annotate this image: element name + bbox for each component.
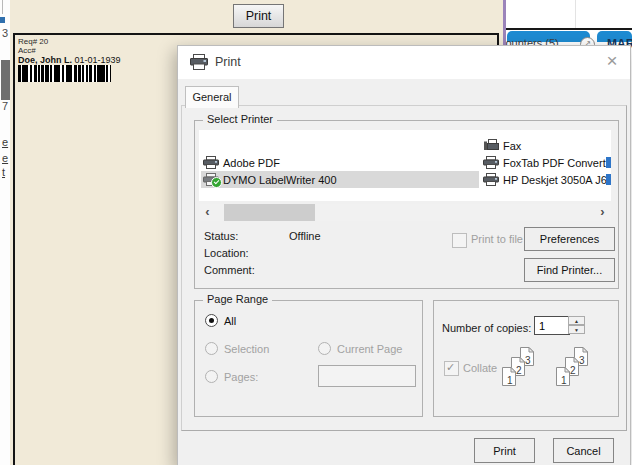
radio-button (205, 370, 218, 383)
radio-label: Pages: (224, 371, 258, 383)
printer-item-fax[interactable]: Fax (481, 137, 521, 154)
page-range-group: Page Range All Selection Current Page Pa… (194, 300, 423, 417)
printer-name: DYMO LabelWriter 400 (223, 174, 337, 186)
radio-all[interactable]: All (205, 314, 236, 327)
collate-page-number: 2 (516, 365, 522, 376)
patient-dob: 01-01-1939 (72, 55, 121, 65)
number-of-copies-label: Number of copies: (442, 322, 531, 334)
collate-page-number: 2 (570, 365, 576, 376)
triangle-down-icon: ▼ (574, 327, 579, 333)
chevron-right-icon: › (600, 204, 604, 219)
radio-label: All (224, 315, 236, 327)
collate-page-number: 3 (525, 355, 531, 366)
edge-divider (2, 0, 3, 14)
printer-icon (203, 156, 219, 169)
printer-icon (483, 173, 499, 186)
print-button[interactable]: Print (474, 438, 535, 463)
radio-button (205, 342, 218, 355)
clipped-printer-icon (606, 157, 611, 168)
status-value: Offline (289, 230, 321, 242)
preferences-button[interactable]: Preferences (524, 227, 615, 251)
printer-icon (190, 54, 208, 70)
edge-blue-fragment (0, 17, 5, 23)
barcode (18, 65, 111, 82)
check-icon: ✓ (446, 361, 455, 374)
radio-label: Selection (224, 343, 269, 355)
tab-general[interactable]: General (185, 86, 239, 108)
triangle-up-icon: ▲ (574, 318, 579, 324)
pages-range-input (318, 365, 416, 387)
collate-pages-icon: 3 2 1 (554, 345, 592, 391)
printer-icon (203, 173, 219, 186)
group-legend: Page Range (203, 293, 272, 305)
printer-item-foxtab[interactable]: FoxTab PDF Convert (481, 154, 606, 171)
copies-group: Number of copies: ▲ ▼ ✓ Collate (433, 300, 619, 417)
location-label: Location: (204, 247, 249, 259)
spin-down-button[interactable]: ▼ (568, 325, 585, 334)
clipped-printer-icon (606, 174, 611, 185)
printer-icon (483, 156, 499, 169)
patient-name-row: Doe, John L. 01-01-1939 (18, 55, 121, 65)
printer-name: Adobe PDF (223, 157, 280, 169)
chevron-left-icon: ‹ (205, 204, 209, 219)
scrollbar-thumb[interactable] (224, 204, 315, 221)
edge-link-fragment: e (2, 136, 8, 148)
copies-input[interactable] (534, 316, 570, 335)
close-icon[interactable]: × (600, 49, 624, 73)
printer-list[interactable]: Fax Adobe PDF (199, 130, 611, 201)
print-dialog: Print × General Select Printer (177, 45, 631, 465)
page-print-button[interactable]: Print (233, 4, 284, 28)
header-divider (575, 0, 576, 28)
left-edge-app-sliver: 3 7 e e t (0, 0, 10, 465)
printer-name: FoxTab PDF Convert (503, 157, 606, 169)
find-printer-button[interactable]: Find Printer... (524, 258, 615, 282)
edge-link-fragment: e (2, 152, 8, 164)
copies-stepper: ▲ ▼ (568, 316, 585, 335)
radio-label: Current Page (337, 343, 402, 355)
radio-button (318, 342, 331, 355)
radio-selection: Selection (205, 342, 269, 355)
cancel-button[interactable]: Cancel (553, 438, 614, 463)
edge-text-fragment: 7 (2, 100, 8, 112)
dialog-title: Print (215, 55, 241, 69)
comment-label: Comment: (204, 264, 255, 276)
acc-number: Acc# (18, 46, 36, 55)
scroll-left-button[interactable]: ‹ (199, 204, 216, 221)
screen: 3 7 e e t counters (5) ↗ MAR Print Req# … (0, 0, 632, 465)
tab-page: Select Printer Fax (181, 105, 627, 431)
collate-label: Collate (463, 362, 497, 374)
radio-current-page: Current Page (318, 342, 402, 355)
spin-up-button[interactable]: ▲ (568, 316, 585, 325)
print-to-file-checkbox (452, 233, 467, 248)
header-rule (505, 28, 632, 30)
edge-text-fragment: 3 (2, 27, 8, 39)
printer-list-scrollbar[interactable]: ‹ › (199, 204, 611, 221)
patient-name: Doe, John L. (18, 55, 72, 65)
edge-link-fragment: t (2, 166, 5, 178)
radio-pages: Pages: (205, 370, 258, 383)
collate-pages-icon: 3 2 1 (500, 345, 538, 391)
edge-scrollbar-fragment (1, 60, 10, 100)
collate-page-number: 1 (507, 375, 513, 386)
scroll-right-button[interactable]: › (594, 204, 611, 221)
printer-item-adobe-pdf[interactable]: Adobe PDF (201, 154, 280, 171)
printer-item-dymo-selected[interactable]: DYMO LabelWriter 400 (201, 171, 479, 188)
printer-item-hp[interactable]: HP Deskjet 3050A J6 (481, 171, 607, 188)
radio-button (205, 314, 218, 327)
print-to-file-label: Print to file (471, 233, 523, 245)
group-legend: Select Printer (203, 113, 277, 125)
collate-page-number: 1 (561, 375, 567, 386)
printer-name: HP Deskjet 3050A J6 (503, 174, 607, 186)
req-number: Req# 20 (18, 37, 48, 46)
status-label: Status: (204, 230, 238, 242)
collate-checkbox: ✓ (444, 361, 459, 376)
dialog-title-bar[interactable]: Print × (178, 46, 630, 79)
printer-name: Fax (503, 140, 521, 152)
default-printer-badge (211, 177, 222, 188)
fax-icon (483, 139, 499, 152)
collate-page-number: 3 (579, 355, 585, 366)
